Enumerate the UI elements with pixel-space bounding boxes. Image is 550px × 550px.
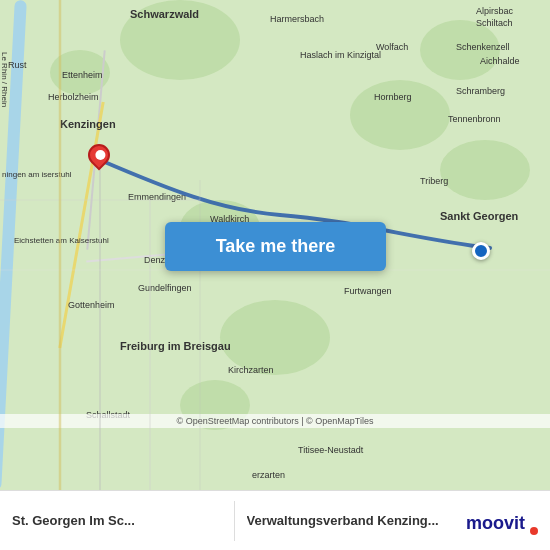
map-label-schenkenzell: Schenkenzell [456,42,510,52]
map-label-eichstetten: Eichstetten am Kaiserstuhl [14,236,109,245]
terrain-patch [440,140,530,200]
map-label-rust: Rust [8,60,27,70]
map-label-haslach: Haslach im Kinzigtal [300,50,381,60]
map-label-kirchzarten: Kirchzarten [228,365,274,375]
map-label-erzarten: erzarten [252,470,285,480]
pin-dot [93,148,107,162]
destination-marker [472,242,490,260]
map-label-rhein: Le Rhin / Rhein [0,52,9,107]
map-label-triberg: Triberg [420,176,448,186]
map-label-alpirsbac: Alpirsbac [476,6,513,16]
map-label-titisee: Titisee-Neustadt [298,445,363,455]
origin-info: St. Georgen Im Sc... [12,513,222,528]
map-label-wolfach: Wolfach [376,42,408,52]
map-attribution: © OpenStreetMap contributors | © OpenMap… [0,414,550,428]
terrain-patch [350,80,450,150]
map-label-emmendingen: Emmendingen [128,192,186,202]
map-label-st-georgen: Sankt Georgen [440,210,518,222]
bottom-bar: St. Georgen Im Sc... Verwaltungsverband … [0,490,550,550]
origin-name: St. Georgen Im Sc... [12,513,212,528]
map-label-aichhalden: Aichhalde [480,56,520,66]
moovit-logo: moovit [466,505,538,537]
map-area[interactable]: Schwarzwald Harmersbach Schiltach Alpirs… [0,0,550,490]
moovit-logo-svg: moovit [466,505,538,537]
map-label-herbolzheim: Herbolzheim [48,92,99,102]
destination-info: Verwaltungsverband Kenzing... [247,513,457,528]
map-label-schwarzwald: Schwarzwald [130,8,199,20]
bottom-divider [234,501,235,541]
take-me-there-button[interactable]: Take me there [165,222,386,271]
map-label-freiburg: Freiburg im Breisgau [120,340,231,352]
terrain-patch [220,300,330,375]
map-label-schramberg: Schramberg [456,86,505,96]
map-label-gundelfingen: Gundelfingen [138,283,192,293]
map-label-kenzingen: Kenzingen [60,118,116,130]
svg-point-1 [530,527,538,535]
svg-text:moovit: moovit [466,513,525,533]
map-label-tennenbronn: Tennenbronn [448,114,501,124]
map-label-hornberg: Hornberg [374,92,412,102]
map-label-schiltach: Schiltach [476,18,513,28]
destination-name: Verwaltungsverband Kenzing... [247,513,447,528]
map-label-furtwangen: Furtwangen [344,286,392,296]
map-label-ettenheim: Ettenheim [62,70,103,80]
pin-head [83,139,114,170]
map-label-harmersbach: Harmersbach [270,14,324,24]
app-container: Schwarzwald Harmersbach Schiltach Alpirs… [0,0,550,550]
origin-marker [88,144,110,172]
map-label-gottenheim: Gottenheim [68,300,115,310]
map-label-ningen: ningen am iserstuhl [2,170,71,179]
